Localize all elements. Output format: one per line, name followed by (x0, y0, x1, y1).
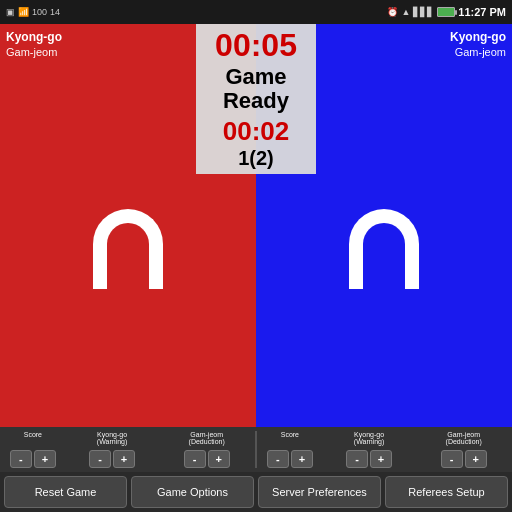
left-deduction-btns: - + (184, 450, 230, 468)
game-options-button[interactable]: Game Options (131, 476, 254, 508)
server-preferences-button[interactable]: Server Preferences (258, 476, 381, 508)
center-overlay: 00:05 Game Ready 00:02 1(2) (196, 24, 316, 174)
left-deduction-label: Gam-jeom(Deduction) (160, 431, 253, 446)
game-area: Kyong-go Gam-jeom 00:05 Game Ready 00:02… (0, 24, 512, 512)
right-score-btns: - + (267, 450, 313, 468)
left-warning-btns: - + (89, 450, 135, 468)
left-score-btns: - + (10, 450, 56, 468)
controls-divider (255, 431, 257, 468)
right-player-controls: Score Kyong-go(Warning) Gam-jeom(Deducti… (259, 431, 510, 468)
phone-frame: ▣ 📶 100 14 ⏰ ▲ ▋▋▋ 11:27 PM Kyong-go Gam… (0, 0, 512, 512)
status-bar-right: ⏰ ▲ ▋▋▋ 11:27 PM (387, 6, 506, 18)
controls-row: Score Kyong-go(Warning) Gam-jeom(Deducti… (0, 427, 512, 472)
status-bar-left: ▣ 📶 100 14 (6, 7, 60, 17)
round-text: 1(2) (238, 147, 274, 170)
right-horseshoe-icon (349, 209, 419, 289)
reset-game-button[interactable]: Reset Game (4, 476, 127, 508)
right-deduction-minus[interactable]: - (441, 450, 463, 468)
right-deduction-plus[interactable]: + (465, 450, 487, 468)
signal-bars-icon: ▋▋▋ (413, 7, 434, 17)
status-bar: ▣ 📶 100 14 ⏰ ▲ ▋▋▋ 11:27 PM (0, 0, 512, 24)
left-score-plus[interactable]: + (34, 450, 56, 468)
battery-icon (437, 7, 455, 17)
alarm-icon: ⏰ (387, 7, 398, 17)
right-score-plus[interactable]: + (291, 450, 313, 468)
right-warning-minus[interactable]: - (346, 450, 368, 468)
battery-small-icon: 100 (32, 7, 47, 17)
right-deduction-btns: - + (441, 450, 487, 468)
right-deduction-label: Gam-jeom(Deduction) (417, 431, 510, 446)
right-warning-btns: - + (346, 450, 392, 468)
referees-setup-button[interactable]: Referees Setup (385, 476, 508, 508)
game-ready-text: Game Ready (223, 63, 289, 115)
left-score-label: Score (2, 431, 64, 439)
left-warning-plus[interactable]: + (113, 450, 135, 468)
signal-icon: 📶 (18, 7, 29, 17)
timer-main: 00:05 (215, 28, 297, 63)
left-deduction-minus[interactable]: - (184, 450, 206, 468)
left-deduction-plus[interactable]: + (208, 450, 230, 468)
right-warning-label: Kyong-go(Warning) (323, 431, 416, 446)
right-warning-plus[interactable]: + (370, 450, 392, 468)
left-player-controls: Score Kyong-go(Warning) Gam-jeom(Deducti… (2, 431, 253, 468)
sim-icon: ▣ (6, 7, 15, 17)
panels-row: Kyong-go Gam-jeom 00:05 Game Ready 00:02… (0, 24, 512, 427)
status-time: 11:27 PM (458, 6, 506, 18)
timer-secondary: 00:02 (223, 116, 290, 147)
action-buttons: Reset Game Game Options Server Preferenc… (0, 472, 512, 512)
left-warning-label: Kyong-go(Warning) (66, 431, 159, 446)
right-score-label: Score (259, 431, 321, 439)
right-score-minus[interactable]: - (267, 450, 289, 468)
notification-icon: 14 (50, 7, 60, 17)
left-score-minus[interactable]: - (10, 450, 32, 468)
left-warning-minus[interactable]: - (89, 450, 111, 468)
wifi-icon: ▲ (401, 7, 410, 17)
left-horseshoe-icon (93, 209, 163, 289)
